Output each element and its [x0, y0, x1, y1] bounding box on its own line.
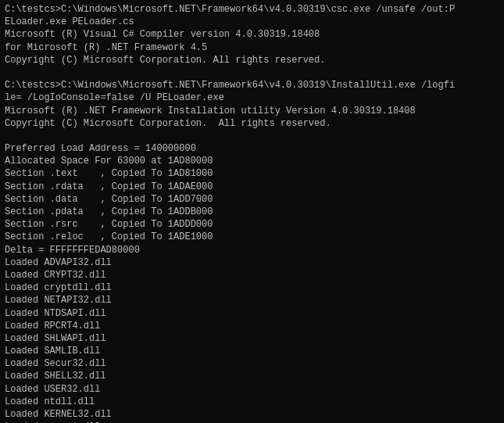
terminal-line: Delta = FFFFFFFEDAD80000 — [5, 244, 499, 256]
terminal-output: C:\testcs>C:\Windows\Microsoft.NET\Frame… — [5, 3, 499, 423]
terminal-line — [5, 66, 499, 79]
terminal-line: C:\testcs>C:\Windows\Microsoft.NET\Frame… — [5, 79, 499, 91]
terminal-line: Loaded CRYPT32.dll — [5, 269, 499, 281]
terminal-line: Loaded RPCRT4.dll — [5, 320, 499, 332]
terminal-line: Section .reloc , Copied To 1ADE1000 — [5, 231, 499, 243]
terminal-line — [5, 130, 499, 142]
terminal-line: Section .data , Copied To 1ADD7000 — [5, 193, 499, 206]
terminal-line: Loaded KERNEL32.dll — [5, 408, 499, 421]
terminal-line: Loaded Secur32.dll — [5, 357, 499, 370]
terminal-line: Section .rsrc , Copied To 1ADDD000 — [5, 218, 499, 231]
terminal-line: le= /LogIoConsole=false /U PELoader.exe — [5, 91, 499, 104]
terminal-line: Copyright (C) Microsoft Corporation. All… — [5, 54, 499, 66]
terminal-window: C:\testcs>C:\Windows\Microsoft.NET\Frame… — [0, 0, 504, 423]
terminal-line: Loaded SAMLIB.dll — [5, 345, 499, 357]
terminal-line: Loaded ADVAPI32.dll — [5, 256, 499, 269]
terminal-line: Microsoft (R) Visual C# Compiler version… — [5, 28, 499, 41]
terminal-line: Loaded cryptdll.dll — [5, 281, 499, 294]
terminal-line: Loaded SHLWAPI.dll — [5, 332, 499, 345]
terminal-line: Section .text , Copied To 1AD81000 — [5, 167, 499, 180]
terminal-line: Microsoft (R) .NET Framework Installatio… — [5, 105, 499, 117]
terminal-line: Loaded NTDSAPI.dll — [5, 307, 499, 320]
terminal-line: C:\testcs>C:\Windows\Microsoft.NET\Frame… — [5, 3, 499, 16]
terminal-line: Loaded USER32.dll — [5, 383, 499, 396]
terminal-line: Allocated Space For 63000 at 1AD80000 — [5, 155, 499, 167]
terminal-line: Copyright (C) Microsoft Corporation. All… — [5, 117, 499, 130]
terminal-line: Loaded SHELL32.dll — [5, 370, 499, 382]
terminal-line: Loaded ntdll.dll — [5, 396, 499, 408]
terminal-line: Preferred Load Address = 140000000 — [5, 142, 499, 155]
terminal-line: Section .rdata , Copied To 1ADAE000 — [5, 181, 499, 193]
terminal-line: Section .pdata , Copied To 1ADDB000 — [5, 206, 499, 218]
terminal-line: ELoader.exe PELoader.cs — [5, 16, 499, 28]
terminal-line: for Microsoft (R) .NET Framework 4.5 — [5, 41, 499, 54]
terminal-line: Loaded NETAPI32.dll — [5, 294, 499, 306]
